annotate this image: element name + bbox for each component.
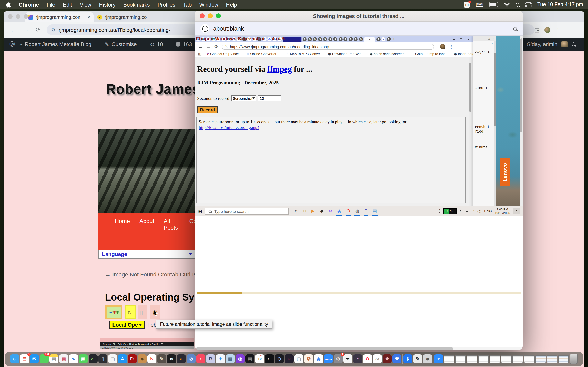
tab-favicon[interactable]: S (343, 37, 347, 41)
taskbar-app-icon[interactable]: ⧉ (303, 208, 306, 214)
popup-horizontal-scrollbar[interactable] (195, 347, 523, 350)
menubar-item[interactable]: File (47, 1, 55, 8)
menubar-item[interactable]: Help (226, 1, 237, 8)
menubar-item[interactable]: History (99, 1, 116, 8)
tab-favicon[interactable]: S (387, 37, 390, 41)
back-button[interactable]: ← (10, 26, 16, 33)
minimized-window[interactable] (478, 355, 489, 363)
minimized-window[interactable] (501, 355, 512, 363)
blog-nav-link[interactable]: Home (115, 218, 130, 231)
music[interactable]: ♫ ● (196, 354, 205, 363)
notes[interactable]: ▤ (49, 354, 58, 363)
apple-menu-icon[interactable] (6, 1, 11, 8)
close-tab-icon[interactable]: × (87, 14, 90, 20)
menubar-item[interactable]: Window (199, 1, 218, 8)
tab-favicon[interactable]: S (303, 37, 307, 41)
admin-greeting[interactable]: G'day, admin (527, 41, 557, 47)
menubar-item[interactable]: Edit (63, 1, 72, 8)
tooth-app[interactable]: ω (373, 354, 382, 363)
popup-url-bar[interactable]: i about:blank (195, 22, 523, 36)
minimized-window[interactable] (547, 355, 557, 363)
close-icon[interactable]: × (492, 37, 494, 40)
blog-nav-link[interactable]: All Posts (164, 218, 180, 231)
tab-favicon[interactable]: S (318, 37, 322, 41)
bookmark-item[interactable]: ◌ Online Converter -... (247, 52, 282, 56)
popup-window-controls[interactable] (200, 13, 221, 18)
pen-app[interactable]: ✎ (413, 354, 422, 363)
downloads-folder[interactable]: ▼ (434, 354, 443, 363)
blog-nav-link[interactable]: About (139, 218, 154, 231)
apple-tv[interactable]: tv (167, 354, 176, 363)
post-thumbnail-screenshot[interactable]: Chrome File Edit View History Bookmarks … (100, 338, 194, 350)
popup-titlebar[interactable]: Showing images of tutorial thread ... (195, 11, 523, 22)
admin-search-icon[interactable] (572, 42, 575, 46)
minimized-window[interactable] (455, 355, 466, 363)
wordpress-logo-icon[interactable]: Ⓦ (9, 41, 15, 48)
terminal[interactable]: >_ ● (89, 354, 98, 363)
facetime[interactable]: ▣ (79, 354, 88, 363)
window-controls[interactable] (8, 14, 28, 19)
bookmark-item[interactable]: ◉ Download free Win... (328, 52, 364, 56)
graphs-app[interactable]: ∿ (69, 354, 78, 363)
tab-favicon[interactable]: S (328, 37, 332, 41)
scroll-up-icon[interactable]: ∧ (492, 42, 494, 45)
libreoffice[interactable]: ▢ (294, 354, 303, 363)
control-center-icon[interactable] (525, 2, 532, 7)
tab-favicon[interactable]: ◔ (381, 37, 385, 41)
taskbar-app-icon[interactable]: ▤ (373, 208, 377, 214)
tab-favicon[interactable]: S (359, 37, 363, 41)
tray-chevron-icon[interactable]: ∧ (459, 209, 462, 213)
inner-profile-avatar[interactable] (440, 44, 445, 49)
zoom[interactable]: zoom ● (324, 354, 333, 363)
forward-button[interactable]: → (206, 44, 211, 49)
comments-menu[interactable]: 163 (176, 41, 192, 47)
minimized-window[interactable] (490, 355, 500, 363)
minimized-window[interactable] (467, 355, 477, 363)
firefox[interactable]: ◐ (177, 354, 186, 363)
language-indicator[interactable]: ENG (484, 209, 492, 213)
inkscape[interactable]: ✒ (343, 354, 352, 363)
close-window-button[interactable] (200, 13, 205, 18)
bookmark-item[interactable]: ◉ batch.scripts/screen... (370, 52, 407, 56)
zoom-window-button[interactable] (216, 13, 221, 18)
menubar-status-app-icon[interactable]: m (464, 1, 470, 8)
seconds-input[interactable] (258, 95, 281, 101)
admin-avatar[interactable] (562, 41, 568, 47)
menubar-clock[interactable]: Tue 10 Feb 4:17 pm (537, 2, 583, 7)
blocked-app[interactable]: ⊘ (187, 354, 196, 363)
minimized-window[interactable] (524, 355, 535, 363)
tune-icon[interactable]: ⚙ (51, 27, 55, 33)
launchpad[interactable]: ▦ (59, 354, 68, 363)
taskbar-app-icon[interactable]: O (347, 208, 350, 214)
bookmark-item[interactable]: ▪ Goto - Jump to labe... (413, 52, 449, 56)
taskbar-app-icon[interactable]: ∞ (329, 208, 332, 214)
podcasts[interactable]: ◍ (236, 354, 245, 363)
notifications-button[interactable]: 6 (513, 208, 520, 215)
paint-app[interactable]: ❂ ● (304, 354, 313, 363)
tab-favicon[interactable]: S (323, 37, 327, 41)
minimize-icon[interactable]: − (453, 37, 455, 42)
extensions-icon[interactable]: ◳ (534, 27, 539, 33)
filezilla[interactable]: Fz ● (128, 354, 137, 363)
bookmark-item[interactable]: ◌ M4A to MP3 Conve... (287, 52, 323, 56)
taskbar-clock[interactable]: 7:05 PM 19/12/2025 (495, 207, 510, 215)
tab-favicon[interactable]: S (348, 37, 353, 41)
textedit[interactable]: ▢ (108, 354, 117, 363)
popup-vertical-scrollbar[interactable] (520, 36, 523, 216)
intellij-idea[interactable]: IJ ● (285, 354, 294, 363)
inner-page-scrollbar[interactable] (469, 57, 472, 206)
red-design-app[interactable]: ❖ (383, 354, 392, 363)
inner-address-bar[interactable]: ✎ https://www.rjmprogramming.com.au/reco… (222, 43, 434, 50)
reload-button[interactable]: ⟳ (214, 44, 218, 49)
ffmpeg-link[interactable]: ffmpeg (267, 64, 292, 73)
photos[interactable]: ▨ (226, 354, 235, 363)
accessibility-app[interactable]: ☻ (423, 354, 432, 363)
wifi-icon[interactable]: ◠ (471, 209, 475, 213)
reminders[interactable]: ☰ 3 (20, 354, 29, 363)
spotlight-search-icon[interactable] (516, 3, 519, 6)
tab-favicon[interactable]: S (338, 37, 342, 41)
start-button[interactable]: ⊞ (195, 208, 205, 214)
updates-menu[interactable]: ↻ 10 (150, 41, 163, 48)
tab-favicon[interactable]: S (308, 37, 312, 41)
app-store[interactable]: A (118, 354, 127, 363)
